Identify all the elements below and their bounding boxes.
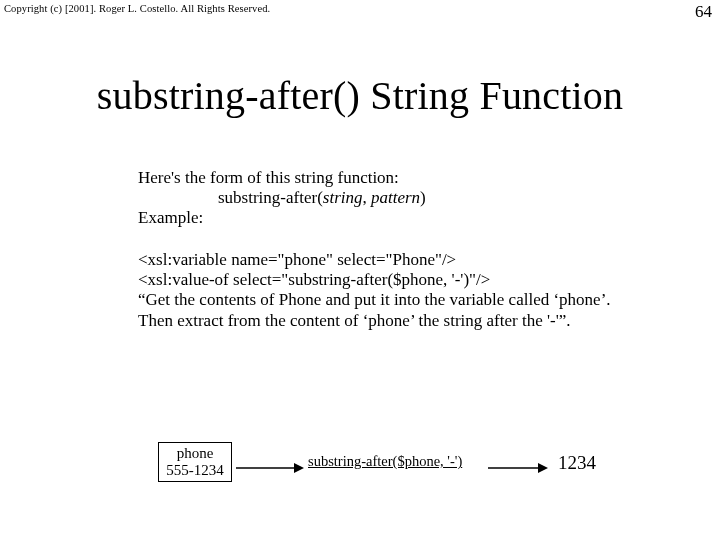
fn-sep: , [363,188,372,207]
fn-call-text: substring-after($phone, '-') [308,453,462,470]
svg-marker-1 [294,463,304,473]
fn-arg2: pattern [371,188,420,207]
fn-name: substring-after( [218,188,323,207]
explanation-text: “Get the contents of Phone and put it in… [138,290,638,331]
arrow-icon [488,462,548,474]
example-label: Example: [138,208,658,228]
fn-arg1: string [323,188,363,207]
copyright-notice: Copyright (c) [2001]. Roger L. Costello.… [4,3,270,14]
slide: Copyright (c) [2001]. Roger L. Costello.… [0,0,720,540]
code-block: <xsl:variable name="phone" select="Phone… [138,250,658,290]
arrow-icon [236,462,304,474]
result-text: 1234 [558,452,596,474]
variable-box: phone 555-1234 [158,442,232,482]
slide-body: Here's the form of this string function:… [138,168,658,331]
page-number: 64 [695,2,712,22]
fn-close: ) [420,188,426,207]
intro-text: Here's the form of this string function: [138,168,658,188]
box-value: 555-1234 [159,462,231,479]
slide-title: substring-after() String Function [0,72,720,119]
code-line-1: <xsl:variable name="phone" select="Phone… [138,250,658,270]
diagram: phone 555-1234 substring-after($phone, '… [158,442,638,492]
svg-marker-3 [538,463,548,473]
code-line-2: <xsl:value-of select="substring-after($p… [138,270,658,290]
box-label: phone [159,445,231,462]
function-form: substring-after(string, pattern) [138,188,658,208]
